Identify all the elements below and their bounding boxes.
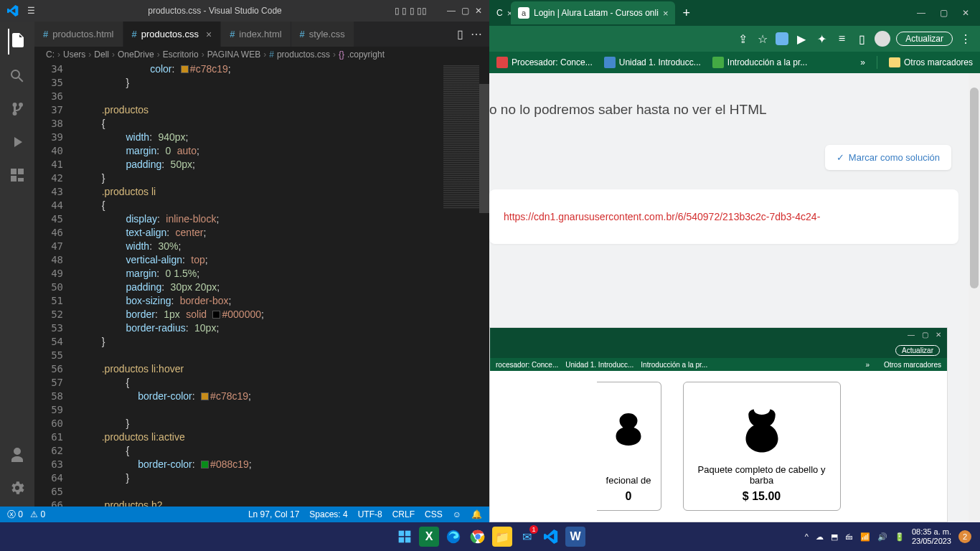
tab-index-html[interactable]: #index.html bbox=[221, 22, 291, 47]
wifi-icon[interactable]: 📶 bbox=[860, 532, 870, 542]
collections-icon[interactable]: ≡ bbox=[834, 32, 849, 46]
vscode-titlebar[interactable]: ☰ productos.css - Visual Studio Code ▯ ▯… bbox=[0, 0, 489, 22]
chrome-icon[interactable] bbox=[468, 527, 488, 547]
code-editor[interactable]: 3435363738394041424344454647484950515253… bbox=[34, 62, 489, 507]
layout-icons[interactable]: ▯ ▯ ▯ ▯▯ bbox=[395, 6, 427, 16]
encoding[interactable]: UTF-8 bbox=[358, 509, 382, 519]
feedback-icon[interactable]: ☺ bbox=[453, 509, 461, 519]
window-maximize-icon[interactable]: ▢ bbox=[940, 8, 948, 18]
crumb[interactable]: productos.css bbox=[277, 50, 330, 60]
close-icon[interactable]: × bbox=[206, 29, 212, 40]
edge-icon[interactable] bbox=[443, 527, 463, 547]
extensions-icon[interactable]: ✦ bbox=[814, 32, 829, 46]
browser-tabs: C× a Login | Alura Latam - Cursos onli ×… bbox=[489, 0, 980, 26]
tab-style-css[interactable]: #style.css bbox=[291, 22, 354, 47]
window-close-icon[interactable]: ✕ bbox=[962, 8, 969, 18]
window-minimize-icon[interactable]: — bbox=[447, 6, 456, 16]
mark-solution-button[interactable]: ✓Marcar como solución bbox=[825, 145, 951, 170]
bookmark-3[interactable]: Introducción a la pr... bbox=[712, 57, 807, 68]
breadcrumbs[interactable]: C:› Users› Dell› OneDrive› Escritorio› P… bbox=[34, 47, 489, 62]
search-icon[interactable] bbox=[9, 67, 26, 88]
minimap[interactable] bbox=[443, 65, 479, 209]
crumb[interactable]: OneDrive bbox=[118, 50, 154, 60]
editor-tabs: #productos.html #productos.css× #index.h… bbox=[34, 22, 489, 47]
bell-icon[interactable]: 🔔 bbox=[471, 509, 482, 519]
product-price: $ 15.00 bbox=[743, 490, 781, 503]
more-icon[interactable]: ⋯ bbox=[471, 27, 482, 41]
window-maximize-icon[interactable]: ▢ bbox=[461, 6, 469, 16]
tray-icon[interactable]: ⬒ bbox=[831, 532, 838, 542]
crumb[interactable]: .copyright bbox=[347, 50, 385, 60]
indent[interactable]: Spaces: 4 bbox=[309, 509, 347, 519]
date: 23/05/2023 bbox=[912, 537, 951, 546]
clock[interactable]: 08:35 a. m. 23/05/2023 bbox=[912, 527, 951, 546]
vscode-logo-icon bbox=[7, 5, 19, 17]
notification-badge[interactable]: 2 bbox=[958, 530, 971, 543]
problems-warnings[interactable]: ⚠ 0 bbox=[30, 509, 45, 519]
account-icon[interactable] bbox=[9, 446, 26, 466]
browser-tab-1[interactable]: C× bbox=[489, 1, 511, 24]
windows-taskbar: X 📁 ✉1 W ^ ☁ ⬒ 🖮 📶 🔊 🔋 08:35 a. m. 23/05… bbox=[0, 522, 980, 551]
menu-icon[interactable]: ☰ bbox=[27, 6, 35, 16]
split-editor-icon[interactable]: ▯ bbox=[457, 27, 463, 41]
file-icon: # bbox=[132, 29, 137, 39]
cursor-position[interactable]: Ln 97, Col 17 bbox=[248, 509, 299, 519]
tab-label: productos.css bbox=[141, 29, 199, 39]
crumb[interactable]: C: bbox=[46, 50, 55, 60]
ext1-icon[interactable] bbox=[776, 32, 788, 45]
mini-bk: Otros marcadores bbox=[884, 361, 941, 369]
new-tab-button[interactable]: + bbox=[675, 6, 697, 21]
mini-bk: Unidad 1. Introducc... bbox=[565, 361, 633, 369]
other-bookmarks[interactable]: Otros marcadores bbox=[889, 57, 973, 67]
close-icon[interactable]: × bbox=[663, 8, 669, 19]
vscode-icon[interactable] bbox=[541, 527, 561, 547]
file-icon: # bbox=[300, 29, 305, 39]
tab-label: Login | Alura Latam - Cursos onli bbox=[534, 8, 659, 18]
bookmark-2[interactable]: Unidad 1. Introducc... bbox=[604, 57, 701, 68]
tab-productos-css[interactable]: #productos.css× bbox=[123, 22, 222, 47]
source-control-icon[interactable] bbox=[9, 100, 26, 121]
crumb[interactable]: Users bbox=[63, 50, 85, 60]
excel-icon[interactable]: X bbox=[419, 527, 439, 547]
browser-tab-2[interactable]: a Login | Alura Latam - Cursos onli × bbox=[511, 1, 675, 24]
share-icon[interactable]: ⇪ bbox=[735, 32, 750, 46]
word-icon[interactable]: W bbox=[565, 527, 585, 547]
favorite-icon[interactable]: ☆ bbox=[755, 32, 770, 46]
code-url[interactable]: https://cdn1.gnarususercontent.com.br/6/… bbox=[504, 211, 820, 222]
explorer-icon[interactable] bbox=[8, 29, 27, 55]
start-button[interactable] bbox=[395, 527, 415, 547]
close-icon[interactable]: × bbox=[507, 8, 511, 19]
mail-icon[interactable]: ✉1 bbox=[517, 527, 537, 547]
vertical-scrollbar[interactable] bbox=[479, 62, 489, 507]
problems-errors[interactable]: ⓧ 0 bbox=[7, 509, 23, 521]
tray-chevron-icon[interactable]: ^ bbox=[805, 532, 809, 541]
window-minimize-icon[interactable]: — bbox=[917, 8, 925, 18]
onedrive-icon[interactable]: ☁ bbox=[816, 532, 824, 542]
ext2-icon[interactable]: ▶ bbox=[794, 32, 809, 46]
settings-gear-icon[interactable] bbox=[9, 479, 26, 499]
page-scrollbar[interactable] bbox=[969, 73, 980, 522]
tab-label: productos.html bbox=[52, 29, 113, 39]
menu-icon[interactable]: ⋮ bbox=[958, 32, 973, 46]
battery-icon[interactable]: 🔋 bbox=[895, 532, 905, 542]
window-title: productos.css - Visual Studio Code bbox=[35, 6, 395, 16]
crumb[interactable]: PAGINA WEB bbox=[207, 50, 260, 60]
language-icon[interactable]: 🖮 bbox=[845, 532, 853, 541]
volume-icon[interactable]: 🔊 bbox=[877, 532, 887, 542]
vscode-window: ☰ productos.css - Visual Studio Code ▯ ▯… bbox=[0, 0, 489, 522]
bookmark-1[interactable]: Procesador: Conce... bbox=[496, 57, 593, 68]
explorer-icon[interactable]: 📁 bbox=[492, 527, 512, 547]
sidebar-icon[interactable]: ▯ bbox=[854, 32, 869, 46]
update-button[interactable]: Actualizar bbox=[896, 32, 953, 46]
language[interactable]: CSS bbox=[425, 509, 443, 519]
activity-bar bbox=[0, 22, 34, 507]
crumb[interactable]: Dell bbox=[94, 50, 109, 60]
bookmarks-overflow[interactable]: » bbox=[860, 57, 865, 67]
eol[interactable]: CRLF bbox=[392, 509, 415, 519]
profile-icon[interactable] bbox=[875, 31, 890, 47]
crumb[interactable]: Escritorio bbox=[163, 50, 199, 60]
run-debug-icon[interactable] bbox=[9, 133, 26, 154]
extensions-icon[interactable] bbox=[9, 166, 26, 187]
window-close-icon[interactable]: ✕ bbox=[475, 6, 482, 16]
tab-productos-html[interactable]: #productos.html bbox=[34, 22, 123, 47]
